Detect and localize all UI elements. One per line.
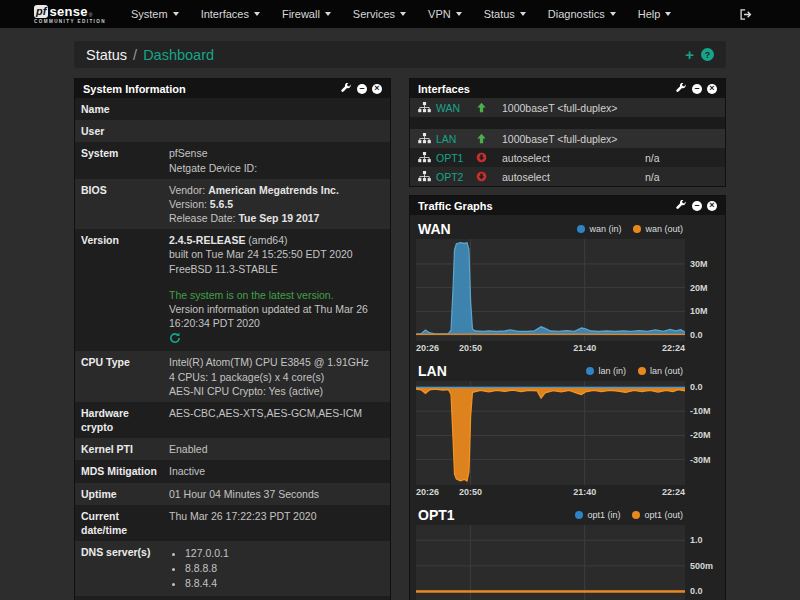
table-row: Uptime 01 Hour 04 Minutes 37 Seconds [75,483,390,505]
legend-item: opt1 (out) [632,510,683,520]
add-widget-icon[interactable]: + [685,49,694,61]
legend-item: lan (in) [586,366,626,376]
sitemap-icon [418,152,431,163]
registered-mark: ® [89,12,93,18]
graph-plot-area[interactable] [416,381,685,485]
help-icon[interactable]: ? [701,48,714,61]
legend-dot-icon [575,511,583,519]
dns-server-list: 127.0.0.18.8.8.88.8.4.4 [169,546,384,591]
interface-media: 1000baseT <full-duplex> [502,102,645,114]
row-value: Intel(R) Atom(TM) CPU E3845 @ 1.91GHz 4 … [163,351,390,402]
minimize-panel-icon[interactable]: – [357,84,367,94]
chevron-down-icon [325,12,331,16]
menu-label: Services [353,8,395,20]
chevron-down-icon [400,12,406,16]
table-row: Version 2.4.5-RELEASE (amd64) built on T… [75,229,390,351]
menu-label: Interfaces [201,8,249,20]
menu-vpn[interactable]: VPN [417,8,473,20]
chevron-down-icon [254,12,260,16]
legend-dot-icon [638,367,646,375]
chevron-down-icon [520,12,526,16]
menu-interfaces[interactable]: Interfaces [190,8,271,20]
system-information-table: Name User System pfSense Netgate Device … [75,98,390,600]
menu-label: System [131,8,168,20]
row-label: User [75,120,163,142]
breadcrumb-page[interactable]: Dashboard [143,47,214,63]
legend-dot-icon [586,367,594,375]
row-value [163,98,390,120]
row-value: AES-CBC,AES-XTS,AES-GCM,AES-ICM [163,402,390,438]
graph-x-axis-labels: 20:2620:5021:4022:24 [416,341,685,354]
chevron-down-icon [665,12,671,16]
panel-title: System Information [83,83,341,95]
table-row: BIOS Vendor: American Megatrends Inc. Ve… [75,179,390,230]
graph-y-axis-labels: 0.0-10M-20M-30M [685,381,719,485]
menu-status[interactable]: Status [473,8,537,20]
row-value: Inactive [163,460,390,482]
dns-server-item: 8.8.4.4 [185,576,384,590]
interface-name: OPT1 [436,152,476,164]
traffic-graphs-body: WANwan (in)wan (out)30M20M10M0.020:2620:… [410,215,725,600]
panel-title: Interfaces [418,83,676,95]
table-row: Hardware crypto AES-CBC,AES-XTS,AES-GCM,… [75,402,390,438]
row-value [163,120,390,142]
breadcrumb-separator: / [133,47,137,63]
row-value: Thu Mar 26 17:22:23 PDT 2020 [163,505,390,541]
interface-media: autoselect [502,152,645,164]
wrench-icon[interactable] [341,83,352,94]
refresh-version-icon[interactable] [169,332,384,347]
interfaces-table: WAN1000baseT <full-duplex>LAN1000baseT <… [410,98,725,186]
interface-row-opt1[interactable]: OPT1autoselectn/a [410,148,725,167]
dns-server-item: 8.8.8.8 [185,561,384,575]
graph-plot-area[interactable] [416,525,685,600]
menu-firewall[interactable]: Firewall [271,8,342,20]
sitemap-icon [418,102,431,113]
menu-label: Status [484,8,515,20]
interface-address: n/a [645,171,717,183]
panel-title: Traffic Graphs [418,200,676,212]
table-row: Kernel PTI Enabled [75,438,390,460]
graph-x-axis-labels: 20:2620:5021:4022:24 [416,485,685,498]
row-label: Name [75,98,163,120]
row-label: Hardware crypto [75,402,163,438]
interface-row-wan[interactable]: WAN1000baseT <full-duplex> [410,98,725,117]
graph-y-axis-labels: 1.0500m0.0-500m [685,525,719,600]
close-panel-icon[interactable]: × [707,84,717,94]
row-label: Version [75,229,163,351]
close-panel-icon[interactable]: × [372,84,382,94]
legend-dot-icon [632,511,640,519]
menu-system[interactable]: System [120,8,190,20]
legend-item: wan (out) [633,224,683,234]
menu-services[interactable]: Services [342,8,417,20]
wrench-icon[interactable] [676,83,687,94]
graph-title: WAN [418,221,577,237]
minimize-panel-icon[interactable]: – [692,201,702,211]
menu-help[interactable]: Help [627,8,683,20]
graph-title: OPT1 [418,507,575,523]
minimize-panel-icon[interactable]: – [692,84,702,94]
interface-row-lan[interactable]: LAN1000baseT <full-duplex> [410,129,725,148]
row-value: 2.4.5-RELEASE (amd64) built on Tue Mar 2… [163,229,390,351]
traffic-graph-lan: LANlan (in)lan (out)0.0-10M-20M-30M20:26… [416,361,719,498]
table-row: Name [75,98,390,120]
traffic-graphs-panel: Traffic Graphs – × WANwan (in)wan (out)3… [409,195,726,600]
pf-logo-box: pf [34,5,48,18]
interface-row-opt2[interactable]: OPT2autoselectn/a [410,167,725,186]
sitemap-icon [418,133,431,144]
table-row: Last config change Thu Mar 26 16:20:28 P… [75,596,390,600]
row-label: MDS Mitigation [75,460,163,482]
row-label: Kernel PTI [75,438,163,460]
latest-version-text: The system is on the latest version. [169,288,384,302]
brand-sense: sense [49,5,87,18]
menu-diagnostics[interactable]: Diagnostics [537,8,627,20]
sign-out-icon[interactable] [739,8,752,21]
wrench-icon[interactable] [676,200,687,211]
graph-plot-area[interactable] [416,239,685,341]
row-label: CPU Type [75,351,163,402]
close-panel-icon[interactable]: × [707,201,717,211]
table-row: Current date/time Thu Mar 26 17:22:23 PD… [75,505,390,541]
graph-title: LAN [418,363,586,379]
chevron-down-icon [610,12,616,16]
sitemap-icon [418,171,431,182]
pfsense-logo[interactable]: pfsense® COMMUNITY EDITION [34,5,106,24]
